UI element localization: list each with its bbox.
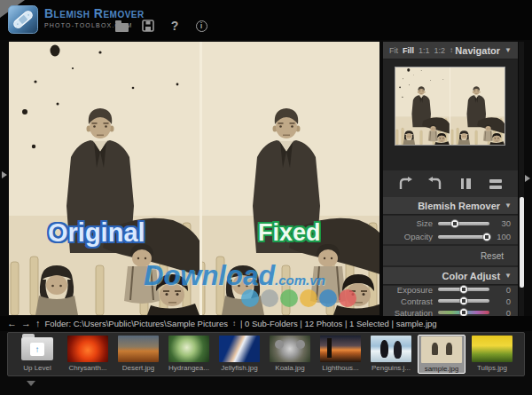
filmstrip: ↑ Up Level Chrysanth... Desert.jpg Hydra… [7, 332, 525, 376]
info-icon: i [196, 20, 207, 32]
chrysanthemum-thumbnail [67, 336, 108, 362]
exposure-slider[interactable] [438, 288, 489, 291]
watermark-dot [280, 289, 298, 307]
opacity-slider-label: Opacity [390, 232, 438, 241]
up-level-icon[interactable]: ↑ [35, 319, 41, 328]
help-icon: ? [171, 19, 179, 33]
filmstrip-item-chrysanthemum[interactable]: Chrysanth... [64, 335, 112, 374]
exposure-slider-row: Exposure 0 [383, 285, 518, 295]
watermark-dot [300, 289, 317, 307]
forward-icon[interactable]: → [21, 319, 31, 328]
saturation-slider[interactable] [438, 311, 489, 314]
filmstrip-item-label: Tulips.jpg [477, 364, 507, 372]
hydrangeas-thumbnail [168, 336, 209, 362]
split-horizontal-button[interactable] [485, 176, 506, 192]
filmstrip-item-lighthouse[interactable]: Lighthous... [317, 335, 364, 374]
split-vertical-button[interactable] [455, 176, 476, 192]
filmstrip-item-tulips[interactable]: Tulips.jpg [468, 335, 516, 374]
koala-thumbnail [270, 336, 310, 362]
rotate-right-button[interactable] [425, 176, 446, 192]
filmstrip-scroll-down-icon[interactable] [27, 381, 35, 386]
zoom-options: Fit Fill 1:1 1:2 ↕ [389, 46, 453, 55]
split-horizontal-icon [488, 177, 504, 191]
blemish-controls: Size 30 Opacity 100 [383, 216, 518, 244]
contrast-slider-knob[interactable] [459, 296, 468, 305]
zoom-spinner-icon[interactable]: ↕ [450, 46, 453, 54]
watermark-dot [241, 289, 259, 307]
filmstrip-item-label: Penguins.j... [372, 364, 411, 372]
filmstrip-item-jellyfish[interactable]: Jellyfish.jpg [215, 335, 263, 374]
filmstrip-item-label: Hydrangea... [168, 364, 209, 372]
status-bar: ← → ↑ Folder: C:\Users\Public\Pictures\S… [0, 316, 532, 331]
size-slider-knob[interactable] [450, 219, 459, 228]
navigator-thumbnail[interactable] [395, 67, 505, 146]
info-button[interactable]: i [193, 19, 209, 33]
lighthouse-thumbnail [320, 336, 361, 362]
contrast-slider[interactable] [438, 299, 489, 303]
filmstrip-item-desert[interactable]: Desert.jpg [114, 335, 162, 374]
sort-icon[interactable]: ↕ [232, 320, 236, 328]
sample-thumbnail [421, 336, 462, 363]
opacity-slider-knob[interactable] [482, 233, 491, 241]
contrast-slider-value: 0 [489, 296, 511, 306]
help-button[interactable]: ? [167, 19, 183, 33]
up-arrow-icon: ↑ [30, 343, 44, 356]
rotate-left-icon [397, 177, 413, 191]
photo-canvas[interactable]: Original Fixed Download.com.vn [9, 42, 379, 315]
app-window: Blemish Remover PHOTO-TOOLBOX.COM ? i [0, 0, 532, 395]
filmstrip-item-label: Jellyfish.jpg [221, 364, 257, 372]
right-panel: Fit Fill 1:1 1:2 ↕ Navigator ▼ [383, 42, 518, 316]
up-level-folder-icon: ↑ [17, 336, 58, 362]
panel-scrollbar-thumb[interactable] [520, 197, 524, 288]
save-button[interactable] [140, 19, 156, 33]
zoom-fit-button[interactable]: Fit [389, 46, 398, 55]
navigator-preview-area [383, 59, 518, 170]
exposure-slider-knob[interactable] [459, 285, 468, 294]
opacity-slider-row: Opacity 100 [383, 232, 518, 242]
filmstrip-item-label: Lighthous... [322, 364, 358, 372]
opacity-slider[interactable] [438, 235, 489, 239]
reset-row: Reset [383, 246, 518, 265]
rotate-left-button[interactable] [395, 176, 416, 192]
filmstrip-item-label: Koala.jpg [275, 364, 304, 372]
tulips-thumbnail [472, 336, 512, 362]
color-adjust-header[interactable]: Color Adjust ▼ [383, 267, 518, 285]
navigator-header[interactable]: Fit Fill 1:1 1:2 ↕ Navigator ▼ [383, 42, 518, 59]
size-slider-value: 30 [489, 218, 511, 228]
exposure-slider-label: Exposure [390, 285, 438, 295]
right-panel-expand-arrow[interactable] [525, 175, 530, 182]
navigator-collapse-icon[interactable]: ▼ [505, 46, 512, 54]
folder-stats: | 0 Sub-Folders | 12 Photos | 1 Selected… [240, 319, 437, 328]
toolbar: ? i [113, 19, 209, 33]
filmstrip-item-hydrangeas[interactable]: Hydrangea... [165, 335, 213, 374]
contrast-slider-label: Contrast [390, 296, 438, 306]
color-adjust-controls: Exposure 0 Contrast 0 Saturation 0 [383, 286, 518, 316]
jellyfish-thumbnail [219, 336, 260, 362]
original-label: Original [48, 218, 145, 248]
desert-thumbnail [118, 336, 159, 362]
blemish-collapse-icon[interactable]: ▼ [505, 201, 512, 209]
zoom-fill-button[interactable]: Fill [403, 46, 414, 55]
title-bar: Blemish Remover PHOTO-TOOLBOX.COM ? i [0, 0, 532, 40]
opacity-slider-value: 100 [489, 232, 511, 241]
zoom-1-2-button[interactable]: 1:2 [434, 46, 446, 55]
size-slider[interactable] [438, 222, 489, 225]
left-panel-expand-arrow[interactable] [2, 171, 7, 178]
color-adjust-title: Color Adjust [442, 271, 500, 281]
filmstrip-item-up-level[interactable]: ↑ Up Level [13, 335, 61, 374]
filmstrip-item-label: sample.jpg [425, 365, 459, 373]
color-adjust-collapse-icon[interactable]: ▼ [505, 272, 512, 280]
filmstrip-item-penguins[interactable]: Penguins.j... [367, 335, 415, 374]
filmstrip-item-label: Desert.jpg [122, 364, 154, 372]
blemish-remover-header[interactable]: Blemish Remover ▼ [383, 197, 518, 215]
split-vertical-icon [458, 177, 473, 191]
watermark-dot [261, 289, 278, 307]
open-folder-button[interactable] [113, 19, 129, 33]
back-icon[interactable]: ← [7, 319, 17, 328]
rotate-right-icon [427, 177, 443, 191]
zoom-1-1-button[interactable]: 1:1 [419, 46, 430, 55]
reset-button[interactable]: Reset [481, 251, 504, 261]
filmstrip-item-sample-selected[interactable]: sample.jpg [418, 335, 466, 374]
filmstrip-item-koala[interactable]: Koala.jpg [266, 335, 314, 374]
fixed-label: Fixed [258, 219, 321, 247]
